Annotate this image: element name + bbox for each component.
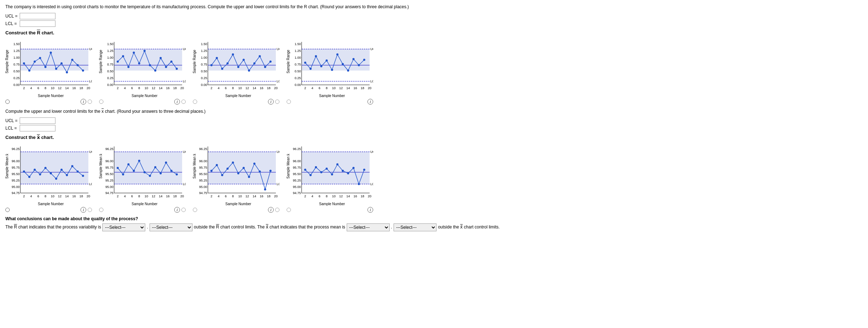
x1-info-icon[interactable]: i xyxy=(81,207,86,213)
conclusion-line: The R chart indicates that the process v… xyxy=(5,223,863,231)
x3-info-icon[interactable]: i xyxy=(268,207,274,213)
svg-text:4: 4 xyxy=(124,86,126,90)
xbar-chart-4: Sample Mean x̄ 94.75 95.00 95.25 95.50 9… xyxy=(287,143,373,213)
svg-point-166 xyxy=(39,173,41,175)
svg-text:20: 20 xyxy=(180,194,184,198)
svg-text:UCL: UCL xyxy=(183,47,186,51)
r4-radio[interactable] xyxy=(287,100,291,104)
svg-point-126 xyxy=(304,62,306,64)
svg-text:2: 2 xyxy=(117,194,118,198)
svg-text:95.00: 95.00 xyxy=(199,185,207,189)
svg-point-62 xyxy=(170,61,172,63)
x1-radio[interactable] xyxy=(5,208,10,212)
svg-point-53 xyxy=(122,55,124,57)
svg-point-174 xyxy=(82,175,84,177)
svg-text:10: 10 xyxy=(51,194,54,198)
conclusion-select-1[interactable]: ---Select--- within outside xyxy=(102,223,145,231)
svg-text:1.50: 1.50 xyxy=(13,42,20,46)
r1-radio[interactable] xyxy=(5,100,10,104)
svg-point-17 xyxy=(34,61,36,63)
svg-point-25 xyxy=(77,64,79,66)
svg-text:4: 4 xyxy=(30,86,32,90)
conclusion-text-1: The R chart indicates that the process v… xyxy=(5,223,101,231)
svg-text:1.25: 1.25 xyxy=(294,49,301,53)
svg-point-61 xyxy=(165,66,167,68)
svg-point-173 xyxy=(77,170,79,173)
x1-radio2[interactable] xyxy=(88,208,92,212)
svg-text:20: 20 xyxy=(368,194,371,198)
svg-text:16: 16 xyxy=(166,194,170,198)
x3-radio[interactable] xyxy=(193,208,197,212)
r3-y-label: Sample Range xyxy=(193,38,196,85)
svg-text:96.25: 96.25 xyxy=(105,147,113,151)
r1-info-icon[interactable]: i xyxy=(81,99,86,105)
svg-text:12: 12 xyxy=(339,194,343,198)
r2-radio2[interactable] xyxy=(181,100,186,104)
svg-point-90 xyxy=(216,57,218,59)
svg-text:96.00: 96.00 xyxy=(293,159,301,163)
svg-point-18 xyxy=(39,57,41,59)
svg-point-26 xyxy=(82,69,84,72)
svg-point-238 xyxy=(216,164,218,166)
svg-point-245 xyxy=(253,163,255,165)
x3-radio2[interactable] xyxy=(275,208,279,212)
svg-text:96.00: 96.00 xyxy=(199,159,207,163)
svg-point-281 xyxy=(342,170,344,172)
conclusion-select-2[interactable]: ---Select--- within outside xyxy=(150,223,192,231)
x2-radio2[interactable] xyxy=(181,208,186,212)
svg-point-60 xyxy=(160,57,162,59)
svg-text:95.75: 95.75 xyxy=(11,166,20,169)
svg-text:1.25: 1.25 xyxy=(13,49,20,53)
x2-info-icon[interactable]: i xyxy=(174,207,180,213)
x2-radio[interactable] xyxy=(99,208,103,212)
svg-point-206 xyxy=(149,175,151,177)
xbar-ucl-input[interactable] xyxy=(20,117,55,124)
svg-text:16: 16 xyxy=(260,194,263,198)
r4-info-icon[interactable]: i xyxy=(367,99,373,105)
r-ucl-input[interactable] xyxy=(20,13,55,19)
svg-text:0.25: 0.25 xyxy=(13,76,20,80)
xbar-lcl-input[interactable] xyxy=(20,125,55,131)
x4-x-label: Sample Number xyxy=(291,202,373,206)
svg-text:10: 10 xyxy=(238,86,242,90)
conclusion-select-3[interactable]: ---Select--- within outside xyxy=(347,223,390,231)
x4-info-icon[interactable]: i xyxy=(367,207,373,213)
svg-point-52 xyxy=(117,61,119,63)
svg-text:18: 18 xyxy=(361,194,364,198)
r2-radio[interactable] xyxy=(99,100,103,104)
x2-svg: 94.75 95.00 95.25 95.50 95.75 96.00 96.2… xyxy=(103,143,186,200)
svg-text:6: 6 xyxy=(225,86,226,90)
svg-text:0.00: 0.00 xyxy=(107,83,113,87)
r-lcl-input[interactable] xyxy=(20,20,55,27)
svg-text:20: 20 xyxy=(274,86,278,90)
svg-text:0.25: 0.25 xyxy=(201,76,207,80)
r4-svg: 0.00 0.25 0.50 0.75 1.00 1.25 1.50 UCL L… xyxy=(291,38,373,92)
svg-text:95.50: 95.50 xyxy=(11,172,20,176)
svg-text:1.50: 1.50 xyxy=(201,42,207,46)
svg-point-171 xyxy=(66,174,68,176)
svg-point-280 xyxy=(336,163,338,165)
svg-text:18: 18 xyxy=(173,194,177,198)
svg-point-209 xyxy=(165,161,167,164)
svg-text:0.00: 0.00 xyxy=(201,83,207,87)
svg-point-282 xyxy=(347,172,349,174)
svg-point-97 xyxy=(253,62,255,64)
r1-radio2[interactable] xyxy=(88,100,92,104)
x4-radio[interactable] xyxy=(287,208,291,212)
svg-text:1.25: 1.25 xyxy=(107,49,113,53)
svg-point-135 xyxy=(352,58,355,60)
svg-text:LCL: LCL xyxy=(277,79,279,83)
svg-point-210 xyxy=(170,170,172,172)
svg-point-285 xyxy=(363,169,365,171)
r3-info-icon[interactable]: i xyxy=(268,99,274,105)
r2-info-icon[interactable]: i xyxy=(174,99,180,105)
conclusion-select-4[interactable]: ---Select--- within outside xyxy=(394,223,437,231)
svg-text:18: 18 xyxy=(79,194,83,198)
svg-text:14: 14 xyxy=(159,86,162,90)
r3-radio2[interactable] xyxy=(275,100,279,104)
svg-text:8: 8 xyxy=(44,86,46,90)
x1-x-label: Sample Number xyxy=(10,202,92,206)
svg-point-278 xyxy=(326,168,328,170)
svg-text:0.25: 0.25 xyxy=(294,76,301,80)
r3-radio[interactable] xyxy=(193,100,197,104)
